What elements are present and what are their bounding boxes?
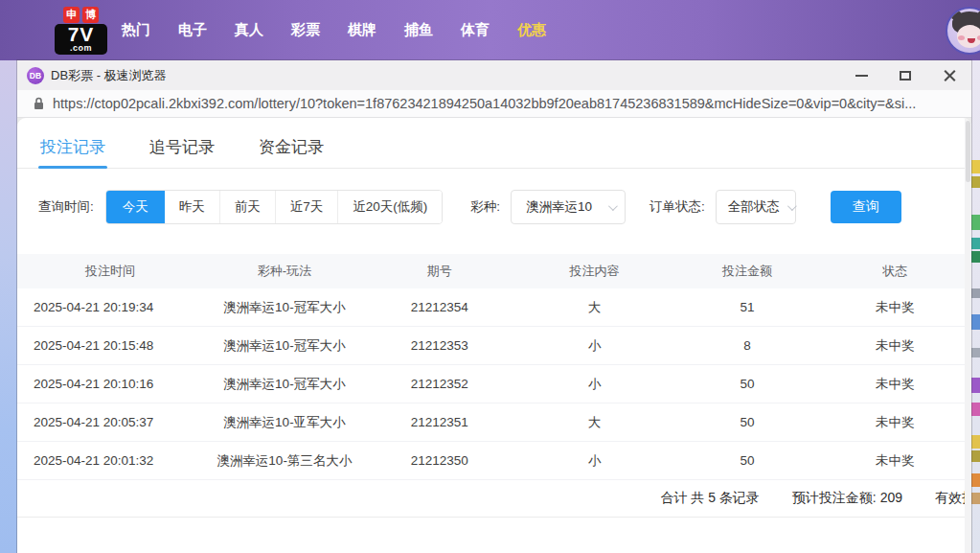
tab-追号记录[interactable]: 追号记录 [149,136,215,168]
page-background-fragment [971,288,980,298]
expected-bet-amount: 预计投注金额: 209 [792,490,902,507]
site-nav: 热门电子真人彩票棋牌捕鱼体育优惠 [122,21,546,39]
page-background-fragment [971,378,980,393]
page-background-fragment [971,348,980,357]
minimize-button[interactable] [839,60,883,90]
status-filter-label: 订单状态: [650,198,705,216]
table-cell: 50 [675,453,818,468]
tab-bar: 投注记录追号记录资金记录 [17,118,971,169]
page-background-fragment [971,403,980,416]
table-cell: 21212351 [366,415,513,429]
column-header: 状态 [819,263,971,280]
browser-window: DB DB彩票 - 极速浏览器 https://ctop02pcali.2kbx… [17,60,971,553]
table-cell: 未中奖 [819,299,971,316]
total-records: 合计 共 5 条记录 [660,490,759,507]
minimize-icon [855,75,868,77]
table-row: 2025-04-21 20:10:16澳洲幸运10-冠军大小21212352小5… [17,365,971,403]
table-cell: 澳洲幸运10-冠军大小 [203,376,365,393]
nav-item-棋牌[interactable]: 棋牌 [348,21,376,39]
column-header: 期号 [366,263,513,280]
table-body: 2025-04-21 20:19:34澳洲幸运10-冠军大小21212354大5… [17,288,971,480]
logo-badge-2: 博 [82,7,99,23]
table-cell: 8 [675,338,818,353]
query-button[interactable]: 查询 [831,191,901,223]
table-cell: 小 [513,452,675,470]
page-background-fragment [971,176,980,188]
browser-urlbar[interactable]: https://ctop02pcali.2kbxi392.com/lottery… [17,90,971,118]
browser-titlebar[interactable]: DB DB彩票 - 极速浏览器 [17,60,971,90]
lottery-select[interactable]: 澳洲幸运10 [511,190,626,224]
logo-badge-1: 申 [63,7,80,23]
nav-item-电子[interactable]: 电子 [178,21,207,39]
time-option-近20天(低频)[interactable]: 近20天(低频) [337,191,442,223]
logo-badges: 申 博 [63,7,99,23]
status-select[interactable]: 全部状态 [716,190,796,224]
maximize-button[interactable] [883,60,927,90]
user-avatar[interactable] [946,7,980,55]
browser-viewport: 投注记录追号记录资金记录 查询时间: 今天昨天前天近7天近20天(低频) 彩种:… [17,118,971,553]
time-option-前天[interactable]: 前天 [219,191,275,223]
site-header: 申 博 7V .com 热门电子真人彩票棋牌捕鱼体育优惠 [0,0,980,60]
table-cell: 21212353 [366,338,513,353]
time-option-今天[interactable]: 今天 [106,191,165,223]
nav-item-优惠[interactable]: 优惠 [517,21,546,39]
page-background-fragment [971,450,980,462]
lottery-filter-label: 彩种: [470,198,500,216]
lottery-select-value: 澳洲幸运10 [526,198,601,216]
nav-item-体育[interactable]: 体育 [461,21,490,39]
tab-投注记录[interactable]: 投注记录 [40,136,105,168]
page-background-fragment [971,238,980,249]
logo-domain: .com [55,44,107,52]
lottery-page: 投注记录追号记录资金记录 查询时间: 今天昨天前天近7天近20天(低频) 彩种:… [17,118,971,553]
table-cell: 21212354 [366,300,513,314]
table-row: 2025-04-21 20:19:34澳洲幸运10-冠军大小21212354大5… [17,288,971,327]
page-background-right [971,60,980,553]
page-background-fragment [971,435,980,449]
maximize-icon [900,71,911,81]
chevron-down-icon [608,201,618,211]
close-button[interactable] [927,60,971,90]
avatar-art [958,35,965,40]
window-title: DB彩票 - 极速浏览器 [51,67,167,84]
nav-item-热门[interactable]: 热门 [122,21,150,39]
table-cell: 小 [513,337,675,355]
column-header: 彩种-玩法 [203,263,365,280]
table-cell: 2025-04-21 20:19:34 [17,300,203,314]
page-background-fragment [971,215,980,230]
table-cell: 大 [513,414,675,431]
page-background-fragment [971,160,980,173]
table-header-row: 投注时间彩种-玩法期号投注内容投注金额状态 [17,254,971,288]
summary-bar: 合计 共 5 条记录 预计投注金额: 209 有效投注 [17,480,971,518]
scrollbar[interactable] [965,118,971,553]
tab-资金记录[interactable]: 资金记录 [259,136,324,168]
column-header: 投注金额 [675,263,818,280]
page-background-fragment [971,473,980,487]
time-option-近7天[interactable]: 近7天 [275,191,338,223]
table-cell: 澳洲幸运10-冠军大小 [203,337,365,355]
table-cell: 未中奖 [819,337,971,355]
nav-item-真人[interactable]: 真人 [235,21,263,39]
page-background-left [0,60,17,553]
time-option-昨天[interactable]: 昨天 [165,191,219,223]
table-row: 2025-04-21 20:05:37澳洲幸运10-亚军大小21212351大5… [17,403,971,442]
table-cell: 21212350 [366,453,513,468]
page-background-fragment [971,314,980,330]
scrollbar-thumb[interactable] [966,121,970,182]
table-cell: 51 [675,300,818,314]
chevron-down-icon [787,201,797,211]
table-row: 2025-04-21 20:01:32澳洲幸运10-第三名大小21212350小… [17,442,971,480]
logo-main: 7V .com [55,24,107,55]
table-cell: 2025-04-21 20:05:37 [17,415,203,429]
site-logo[interactable]: 申 博 7V .com [55,7,107,55]
table-cell: 澳洲幸运10-亚军大小 [203,414,365,431]
status-select-value: 全部状态 [728,198,780,216]
page-background-fragment [971,251,980,263]
table-cell: 未中奖 [819,452,971,470]
table-cell: 50 [675,377,818,391]
nav-item-捕鱼[interactable]: 捕鱼 [404,21,433,39]
table-cell: 未中奖 [819,414,971,431]
table-row: 2025-04-21 20:15:48澳洲幸运10-冠军大小21212353小8… [17,327,971,365]
table-cell: 2025-04-21 20:01:32 [17,453,203,468]
nav-item-彩票[interactable]: 彩票 [291,21,320,39]
table-cell: 大 [513,299,675,316]
